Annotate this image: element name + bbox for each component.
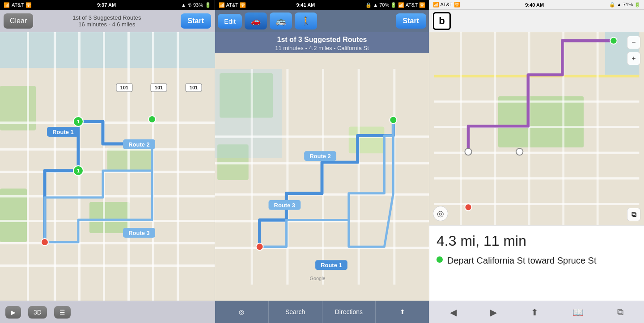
panel3-layers-button[interactable]: ⧉ [627, 208, 640, 221]
crosshair-icon: ◎ [437, 209, 444, 218]
svg-rect-71 [460, 32, 462, 225]
svg-rect-73 [528, 32, 530, 225]
svg-rect-17 [127, 32, 130, 301]
svg-rect-75 [597, 32, 599, 225]
panel2-route-title: 1st of 3 Suggested Routes [220, 36, 424, 44]
panel1-status-left: 📶 AT&T 🛜 [4, 2, 32, 8]
svg-text:Route 3: Route 3 [128, 230, 150, 236]
panel1-toolbar: Clear 1st of 3 Suggested Routes 16 minut… [0, 10, 215, 32]
panel1-status-right: ▲ 𝔅 93% 🔋 [181, 2, 211, 8]
svg-text:1: 1 [77, 119, 80, 124]
panel3-depart-text: Depart California St toward Spruce St [447, 255, 597, 266]
svg-rect-13 [27, 32, 29, 301]
location-arrow-icon: ▶ [11, 309, 16, 316]
panel2-map-svg: Route 2 Route 3 Route 1 Google [215, 53, 429, 301]
depart-dot-icon [436, 256, 443, 263]
panel2-carrier2: AT&T [406, 2, 418, 8]
svg-text:Route 2: Route 2 [128, 141, 150, 148]
panel2-time: 9:41 AM [297, 2, 315, 8]
panel1-route-subtitle: 16 minutes - 4.6 miles [37, 21, 177, 28]
panel2-carrier: AT&T [226, 2, 238, 8]
svg-point-54 [256, 243, 263, 250]
svg-rect-9 [0, 195, 215, 197]
svg-text:101: 101 [120, 85, 128, 90]
panel2-wifi2-icon: 🛜 [419, 2, 425, 8]
panel3-lock-icon: 🔒 [609, 2, 615, 7]
svg-text:101: 101 [155, 85, 163, 90]
svg-point-77 [465, 148, 471, 155]
svg-rect-67 [434, 126, 640, 128]
panel2-bottom-bar: ◎ Search Directions ⬆ [215, 301, 429, 323]
panel1-list-button[interactable]: ☰ [54, 306, 71, 319]
svg-rect-7 [0, 148, 215, 151]
panel2-start-button[interactable]: Start [396, 13, 426, 29]
panel3-distance: 4.3 mi, 11 min [436, 233, 637, 249]
panel3: 📶 AT&T 🛜 9:40 AM 🔒 ▲ 71% 🔋 b [429, 0, 644, 323]
svg-rect-49 [286, 69, 288, 285]
panel2-signal: 📶 [219, 2, 225, 8]
panel2-car-button[interactable]: 🚗 [245, 13, 267, 29]
panel3-battery-icon: 🔋 [634, 2, 640, 7]
svg-rect-51 [358, 69, 360, 285]
svg-text:Google: Google [309, 276, 325, 281]
svg-text:Route 1: Route 1 [321, 262, 342, 268]
panel2-status-bar: 📶 AT&T 🛜 9:41 AM 🔒 ▲ 70% 🔋 📶 AT&T 🛜 [215, 0, 429, 10]
panel2-search-button[interactable]: Search [269, 301, 322, 323]
panel3-signal: 📶 [433, 2, 439, 7]
svg-rect-70 [434, 203, 640, 205]
panel3-carrier: AT&T [440, 2, 452, 7]
panel3-location-button[interactable]: ◎ [433, 206, 448, 221]
panel3-zoom-in-button[interactable]: − [627, 36, 640, 49]
panel2-battery: 70% [379, 2, 389, 8]
panel3-battery: 71% [623, 2, 633, 7]
panel2-edit-button[interactable]: Edit [218, 14, 242, 29]
panel2-location-button[interactable]: ◎ [215, 301, 268, 323]
svg-rect-16 [103, 32, 105, 301]
panel1-bottom-bar: ▶ 3D ☰ [0, 301, 215, 323]
svg-rect-11 [0, 242, 215, 244]
panel3-windows-button[interactable]: ⧉ [617, 307, 623, 317]
panel2-route-banner: 1st of 3 Suggested Routes 11 minutes - 4… [215, 32, 429, 55]
svg-text:Route 1: Route 1 [52, 129, 74, 135]
panel2-walk-button[interactable]: 🚶 [295, 13, 317, 29]
panel1-location-button[interactable]: ▶ [5, 306, 21, 319]
panel3-forward-button[interactable]: ▶ [490, 307, 497, 318]
panel2-battery-icon: 🔋 [390, 2, 397, 8]
panel2-location-icon: ▲ [373, 2, 378, 8]
svg-point-78 [516, 148, 523, 155]
panel3-zoom-out-button[interactable]: + [627, 52, 640, 65]
panel1: 📶 AT&T 🛜 9:37 AM ▲ 𝔅 93% 🔋 Clear 1st of … [0, 0, 215, 323]
panel1-time: 9:37 AM [97, 2, 116, 8]
clear-button[interactable]: Clear [4, 13, 33, 29]
panel1-map: 1 1 Route 1 Route 2 Route 3 101 101 101 [0, 32, 215, 301]
panel3-back-button[interactable]: ◀ [450, 307, 457, 318]
svg-point-21 [41, 239, 48, 246]
panel3-bottom-bar: ◀ ▶ ⬆ 📖 ⧉ [429, 301, 644, 323]
panel3-map-svg [429, 32, 644, 225]
panel2: 📶 AT&T 🛜 9:41 AM 🔒 ▲ 70% 🔋 📶 AT&T 🛜 Edit… [215, 0, 429, 323]
panel3-header: b [429, 10, 644, 32]
panel3-location-icon: ▲ [617, 2, 622, 7]
panel1-route-info: 1st of 3 Suggested Routes 16 minutes - 4… [37, 14, 177, 28]
svg-point-53 [390, 117, 397, 124]
panel2-directions-button[interactable]: Directions [322, 301, 376, 323]
svg-rect-48 [251, 69, 253, 285]
svg-rect-19 [177, 32, 179, 301]
svg-text:101: 101 [190, 85, 198, 90]
panel1-map-svg: 1 1 Route 1 Route 2 Route 3 101 101 101 [0, 32, 215, 301]
panel3-depart: Depart California St toward Spruce St [436, 255, 637, 266]
panel2-bus-button[interactable]: 🚌 [270, 13, 292, 29]
panel1-3d-button[interactable]: 3D [28, 306, 47, 319]
panel3-status-bar: 📶 AT&T 🛜 9:40 AM 🔒 ▲ 71% 🔋 [429, 0, 644, 10]
panel3-time: 9:40 AM [525, 2, 544, 8]
panel1-start-button[interactable]: Start [181, 13, 211, 29]
svg-point-79 [465, 204, 471, 210]
panel1-status-bar: 📶 AT&T 🛜 9:37 AM ▲ 𝔅 93% 🔋 [0, 0, 215, 10]
panel3-book-button[interactable]: 📖 [572, 307, 584, 318]
panel2-map-canvas: Route 2 Route 3 Route 1 Google [215, 53, 429, 301]
panel2-share-button[interactable]: ⬆ [376, 301, 429, 323]
panel2-route-detail: 11 minutes - 4.2 miles - California St [220, 45, 424, 51]
panel3-share-button[interactable]: ⬆ [531, 307, 538, 318]
panel2-map: Route 2 Route 3 Route 1 Google [215, 53, 429, 301]
svg-point-76 [610, 37, 617, 44]
